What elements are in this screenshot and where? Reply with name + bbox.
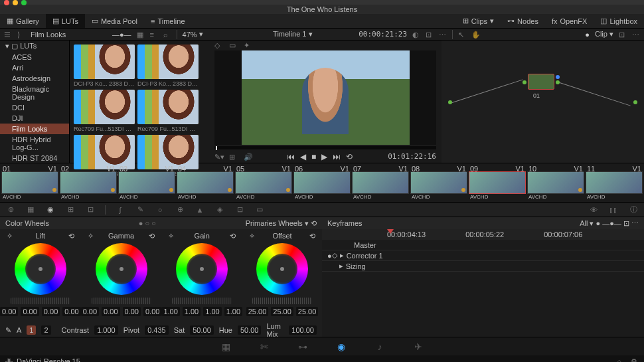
wheel-value[interactable]: 1.00 xyxy=(161,307,179,316)
reset-icon[interactable]: ⟲ xyxy=(230,232,236,240)
nav-luts[interactable]: ▤LUTs xyxy=(46,14,85,28)
clip-07[interactable]: 07V1 AVCHD xyxy=(352,165,409,201)
timeline-name[interactable]: Timeline 1 ▾ xyxy=(273,30,312,39)
clip-06[interactable]: 06V1 AVCHD xyxy=(293,165,351,201)
clip-09[interactable]: 09V1 AVCHD xyxy=(469,165,526,201)
split-icon[interactable]: ⊡ xyxy=(426,31,434,39)
caret-icon[interactable]: ▸ xyxy=(339,262,343,270)
picker-icon[interactable]: ✎ xyxy=(5,326,11,335)
sidebar-toggle-icon[interactable]: ☰ xyxy=(4,31,12,39)
node-alpha-dot[interactable] xyxy=(556,75,560,79)
fusion-page-icon[interactable]: ⊶ xyxy=(297,341,309,353)
color-page-icon[interactable]: ◉ xyxy=(335,341,347,353)
wheel-mode-dots[interactable]: ● ○ ○ xyxy=(139,219,156,227)
reset-icon[interactable]: ⟲ xyxy=(309,232,315,240)
timeline-timecode[interactable]: 00:00:21:23 xyxy=(359,30,407,39)
maximize-window[interactable] xyxy=(21,0,27,5)
motion-icon[interactable]: ⊡ xyxy=(85,205,96,215)
auto-icon[interactable]: A xyxy=(17,326,21,334)
color-wheels-icon[interactable]: ◉ xyxy=(45,205,56,215)
wheel-value[interactable]: 1.00 xyxy=(183,307,201,316)
curves-icon[interactable]: ∫ xyxy=(115,205,125,215)
stereo-icon[interactable]: ▭ xyxy=(254,205,265,215)
sat-value[interactable]: 50.00 xyxy=(190,325,214,335)
chevron-right-icon[interactable]: ⟩ xyxy=(17,31,25,39)
bypass-icon[interactable]: ◇ xyxy=(214,41,222,49)
mute-icon[interactable]: 🔊 xyxy=(244,153,252,161)
wipe-icon[interactable]: ◐ xyxy=(412,31,420,39)
wheel-value[interactable]: 0.00 xyxy=(62,307,80,316)
nav-media-pool[interactable]: ▭Media Pool xyxy=(85,14,144,28)
window-icon[interactable]: ○ xyxy=(155,205,165,215)
sizing-icon[interactable]: ⊡ xyxy=(234,205,245,215)
picker-icon[interactable]: ✧ xyxy=(249,232,255,240)
wheel-value[interactable]: 25.00 xyxy=(271,307,293,316)
qualifier-icon[interactable]: ✎ xyxy=(135,205,145,215)
jog-wheel[interactable] xyxy=(172,298,232,304)
gear-icon[interactable]: ⚙ xyxy=(631,357,639,362)
clip-11[interactable]: 11V1 AVCHD xyxy=(586,165,643,201)
blur-icon[interactable]: ▲ xyxy=(195,205,205,215)
more-icon[interactable]: ⋯ xyxy=(439,31,447,39)
lut-item-3[interactable]: Rec709 Fu...513DI D55 xyxy=(137,90,199,132)
node-dot-icon[interactable]: ● xyxy=(585,31,590,39)
reverse-icon[interactable]: ◀ xyxy=(300,152,306,161)
jog-wheel[interactable] xyxy=(92,298,151,304)
deliver-page-icon[interactable]: ✈ xyxy=(412,341,424,353)
stop-icon[interactable]: ■ xyxy=(311,152,316,161)
clip-04[interactable]: 04V1 AVCHD xyxy=(177,165,234,201)
page-2[interactable]: 2 xyxy=(41,325,50,335)
sidebar-item-astrodesign[interactable]: Astrodesign xyxy=(0,73,69,84)
prev-clip-icon[interactable]: ⏮ xyxy=(287,152,295,161)
kf-row-master[interactable]: Master xyxy=(322,240,644,250)
clip-10[interactable]: 10V1 AVCHD xyxy=(527,165,584,201)
viewer-canvas[interactable] xyxy=(214,50,436,145)
wheel-value[interactable]: 0.00 xyxy=(81,307,99,316)
pointer-icon[interactable]: ↖ xyxy=(458,31,466,39)
tracker-icon[interactable]: ⊕ xyxy=(175,205,185,215)
jog-wheel[interactable] xyxy=(252,298,312,304)
nav-nodes[interactable]: ⊶Nodes xyxy=(501,14,545,28)
lock-icon[interactable]: ◇ xyxy=(332,251,337,260)
picker-icon[interactable]: ✎▾ xyxy=(214,153,222,161)
clip-02[interactable]: 02V1 AVCHD xyxy=(60,165,117,201)
kf-row-corrector[interactable]: ● ◇▸Corrector 1 xyxy=(322,250,644,261)
page-1[interactable]: 1 xyxy=(27,325,36,335)
fairlight-page-icon[interactable]: ♪ xyxy=(374,341,386,353)
wheel-value[interactable]: 0.00 xyxy=(143,307,161,316)
options-icon[interactable]: ⋯ xyxy=(631,219,639,227)
contrast-value[interactable]: 1.000 xyxy=(94,325,118,335)
node-01[interactable] xyxy=(528,74,554,90)
sidebar-item-hdr-hlg[interactable]: HDR Hybrid Log-G... xyxy=(0,134,69,153)
color-match-icon[interactable]: ▦ xyxy=(25,205,36,215)
lut-item-2[interactable]: Rec709 Fu...513DI D55 xyxy=(74,90,135,132)
hand-icon[interactable]: ✋ xyxy=(471,31,479,39)
sidebar-item-dci[interactable]: DCI xyxy=(0,102,69,113)
sidebar-header[interactable]: ▾ ▢ LUTs xyxy=(0,41,69,52)
sidebar-item-film-looks[interactable]: Film Looks xyxy=(0,124,69,134)
lum-value[interactable]: 100.00 xyxy=(289,325,317,335)
color-wheel[interactable] xyxy=(96,243,147,295)
minimize-window[interactable] xyxy=(13,0,18,5)
home-icon[interactable]: ⌂ xyxy=(617,357,621,362)
wheel-value[interactable]: 0.00 xyxy=(42,307,60,316)
wheel-mode[interactable]: Primaries Wheels xyxy=(246,219,303,227)
key-icon[interactable]: ◈ xyxy=(214,205,225,215)
wheel-value[interactable]: 25.00 xyxy=(296,307,319,316)
viewer-timecode[interactable]: 01:01:22:16 xyxy=(388,152,436,161)
loop-icon[interactable]: ⟲ xyxy=(346,152,353,161)
grab-icon[interactable]: ▭ xyxy=(229,41,237,49)
grid-view-icon[interactable]: ▦ xyxy=(137,31,145,39)
kf-ruler[interactable]: 00:00:04:13 00:00:05:22 00:00:07:06 xyxy=(322,229,644,240)
jog-wheel[interactable] xyxy=(11,298,70,304)
wheel-value[interactable]: 0.00 xyxy=(123,307,141,316)
nav-clips[interactable]: ⊞Clips▾ xyxy=(456,14,501,28)
lut-item-1[interactable]: DCI-P3 Ko... 2383 D65 xyxy=(137,45,199,87)
node-output[interactable] xyxy=(633,100,637,104)
wheel-value[interactable]: 0.00 xyxy=(102,307,120,316)
nav-timeline[interactable]: ≡Timeline xyxy=(144,14,192,28)
wheel-value[interactable]: 25.00 xyxy=(246,307,269,316)
sidebar-item-arri[interactable]: Arri xyxy=(0,62,69,73)
highlight-icon[interactable]: ✦ xyxy=(244,41,252,49)
sidebar-item-dji[interactable]: DJI xyxy=(0,113,69,124)
